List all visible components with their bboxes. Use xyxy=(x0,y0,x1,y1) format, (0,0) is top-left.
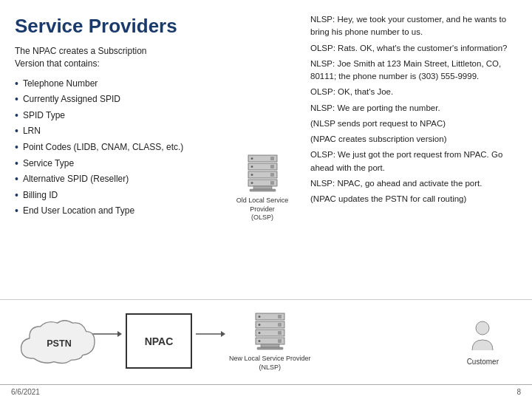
list-item: Currently Assigned SPID xyxy=(15,93,233,107)
subtitle: The NPAC creates a Subscription Version … xyxy=(15,45,292,70)
svg-rect-32 xyxy=(257,347,283,349)
svg-rect-20 xyxy=(278,315,282,318)
svg-point-5 xyxy=(250,166,253,168)
dialogue-line-0: NLSP: Hey, we took your customer, and he… xyxy=(310,13,521,39)
diagram-row: PSTN NPAC xyxy=(0,299,532,384)
svg-rect-13 xyxy=(250,189,276,191)
pstn-item: PSTN xyxy=(15,316,89,368)
customer-label: Customer xyxy=(467,358,499,366)
arrow-npac-nlsp xyxy=(196,327,225,344)
dialogue-line-7: OLSP: We just got the port request from … xyxy=(310,149,521,174)
list-item: LRN xyxy=(15,125,233,139)
footer: 6/6/2021 8 xyxy=(0,384,532,399)
olsp-server: Old Local Service Provider (OLSP) xyxy=(233,78,292,226)
svg-point-11 xyxy=(250,182,253,184)
footer-date: 6/6/2021 xyxy=(11,388,40,396)
svg-point-2 xyxy=(250,157,253,160)
list-item: Service Type xyxy=(15,157,233,171)
right-panel: NLSP: Hey, we took your customer, and he… xyxy=(303,7,532,299)
dialogue-line-8: NLSP: NPAC, go ahead and activate the po… xyxy=(310,177,521,190)
svg-rect-23 xyxy=(278,323,282,327)
dialogue-line-6: (NPAC creates subscription version) xyxy=(310,133,521,146)
dialogue-line-9: (NPAC updates the PSTN for call routing) xyxy=(310,193,521,205)
list-item: SPID Type xyxy=(15,109,233,123)
svg-point-21 xyxy=(258,316,260,318)
svg-text:PSTN: PSTN xyxy=(47,338,72,349)
pstn-cloud: PSTN xyxy=(15,316,89,368)
svg-point-27 xyxy=(258,332,260,334)
svg-rect-26 xyxy=(278,331,282,335)
dialogue-line-5: (NLSP sends port request to NPAC) xyxy=(310,117,521,130)
svg-point-24 xyxy=(258,324,260,326)
nlsp-item: New Local Service Provider (NLSP) xyxy=(229,312,311,372)
svg-marker-18 xyxy=(221,331,225,337)
svg-rect-31 xyxy=(261,344,279,347)
list-item: Alternative SPID (Reseller) xyxy=(15,173,233,187)
page-title: Service Providers xyxy=(15,15,292,38)
customer-item: Customer xyxy=(467,319,499,366)
nlsp-label: New Local Service Provider (NLSP) xyxy=(229,355,311,372)
svg-rect-7 xyxy=(270,173,274,177)
left-content-area: Telephone Number Currently Assigned SPID… xyxy=(15,78,292,226)
svg-rect-29 xyxy=(278,339,282,343)
bullets-area: Telephone Number Currently Assigned SPID… xyxy=(15,78,233,226)
svg-marker-16 xyxy=(117,331,122,337)
dialogue-line-3: OLSP: OK, that's Joe. xyxy=(310,86,521,98)
svg-point-30 xyxy=(258,340,260,342)
svg-rect-4 xyxy=(270,165,274,168)
list-item: Telephone Number xyxy=(15,78,233,92)
svg-rect-12 xyxy=(253,186,272,189)
main-content: Service Providers The NPAC creates a Sub… xyxy=(0,0,532,299)
svg-point-8 xyxy=(250,174,253,176)
dialogue-line-1: OLSP: Rats. OK, what's the customer's in… xyxy=(310,42,521,55)
olsp-label: Old Local Service Provider (OLSP) xyxy=(233,197,292,222)
bullet-list: Telephone Number Currently Assigned SPID… xyxy=(15,78,233,219)
list-item: Billing ID xyxy=(15,189,233,203)
list-item: End User Location and Type xyxy=(15,205,233,219)
footer-page: 8 xyxy=(516,388,521,396)
page: Service Providers The NPAC creates a Sub… xyxy=(0,0,532,399)
left-panel: Service Providers The NPAC creates a Sub… xyxy=(0,7,303,299)
svg-rect-1 xyxy=(270,157,274,160)
list-item: Point Codes (LIDB, CNAM, CLASS, etc.) xyxy=(15,141,233,155)
svg-point-33 xyxy=(476,321,489,335)
npac-item: NPAC xyxy=(126,313,192,371)
dialogue-line-4: NLSP: We are porting the number. xyxy=(310,102,521,115)
npac-label: NPAC xyxy=(145,335,174,347)
dialogue-line-2: NLSP: Joe Smith at 123 Main Street, Litt… xyxy=(310,58,521,83)
svg-rect-10 xyxy=(270,181,274,185)
